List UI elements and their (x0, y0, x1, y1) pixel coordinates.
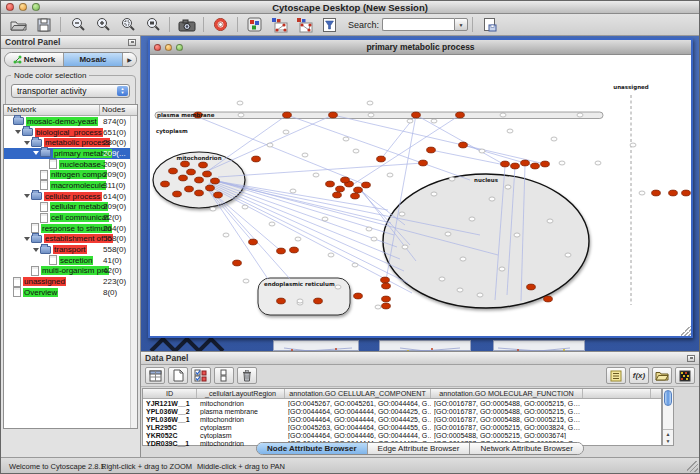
edge[interactable] (207, 185, 412, 293)
gene-node-highlighted[interactable] (199, 162, 208, 168)
snapshot-button[interactable] (174, 15, 199, 34)
disclosure-triangle-icon[interactable] (24, 237, 31, 241)
gene-node[interactable] (505, 185, 511, 189)
scrollbar-thumb[interactable] (664, 390, 672, 406)
table-cell[interactable]: cytoplasm (197, 432, 285, 439)
gene-node[interactable] (223, 233, 229, 237)
gene-node-highlighted[interactable] (336, 186, 345, 192)
tree-row[interactable]: biological_process651(0) (4, 127, 137, 138)
gene-node[interactable] (371, 237, 377, 241)
tree-row[interactable]: metabolic process280(0) (4, 137, 137, 148)
gene-node[interactable] (514, 233, 520, 237)
search-input[interactable] (382, 18, 454, 31)
gene-node[interactable] (290, 189, 296, 193)
table-cell[interactable]: mitochondrion (197, 416, 285, 423)
gene-node-highlighted[interactable] (169, 168, 178, 174)
gene-node-highlighted[interactable] (382, 296, 391, 302)
gene-node-highlighted[interactable] (381, 277, 390, 283)
region-nucleus[interactable] (383, 174, 589, 308)
gene-node[interactable] (295, 237, 301, 241)
tree-row[interactable]: cellular metabol209(0) (4, 202, 137, 213)
table-cell[interactable]: plasma membrane (197, 408, 285, 415)
gene-node-highlighted[interactable] (233, 260, 242, 266)
table-row[interactable]: YKR052Ccytoplasm[GO:0044464, GO:0044446,… (143, 431, 661, 439)
gene-node[interactable] (407, 119, 413, 123)
tree-row[interactable]: establishment of lo558(0) (4, 234, 137, 245)
attribute-label-button[interactable] (606, 367, 626, 384)
disclosure-triangle-icon[interactable] (24, 194, 31, 198)
edge[interactable] (211, 181, 397, 247)
gene-node[interactable] (431, 119, 437, 123)
table-cell[interactable]: [GO:0016787, GO:0005215, GO:0003824, G… (431, 424, 583, 431)
table-cell[interactable]: [GO:0016787, GO:0005488, GO:0005215, G… (431, 408, 583, 415)
gene-node-highlighted[interactable] (206, 185, 215, 191)
gene-node[interactable] (499, 267, 505, 271)
gene-node[interactable] (269, 222, 275, 226)
tree-row[interactable]: Overview8(0) (4, 287, 137, 298)
column-header[interactable] (583, 389, 651, 398)
heatmap-button[interactable] (675, 367, 695, 384)
gene-node-highlighted[interactable] (341, 177, 350, 183)
gene-node[interactable] (551, 137, 557, 141)
gene-node-highlighted[interactable] (179, 175, 188, 181)
gene-node-highlighted[interactable] (283, 112, 292, 118)
gene-node[interactable] (352, 263, 358, 267)
tab-edge-attribute-browser[interactable]: Edge Attribute Browser (368, 443, 471, 454)
gene-node[interactable] (313, 173, 319, 177)
dropdown-stepper-icon[interactable]: ▲▼ (117, 86, 128, 96)
table-cell[interactable]: [GO:0045263, GO:0044464, GO:0044455, G… (285, 424, 431, 431)
column-header[interactable]: annotation.GO MOLECULAR_FUNCTION (431, 389, 583, 398)
gene-node[interactable] (457, 288, 463, 292)
tree-row[interactable]: unassigned223(0) (4, 276, 137, 287)
gene-node-highlighted[interactable] (333, 192, 342, 198)
gene-node[interactable] (297, 299, 303, 303)
gene-node-highlighted[interactable] (669, 190, 678, 196)
gene-node-highlighted[interactable] (187, 169, 196, 175)
gene-node-highlighted[interactable] (314, 298, 323, 304)
table-cell[interactable]: YPL036W__2 (143, 408, 197, 415)
gene-node[interactable] (477, 293, 483, 297)
delete-attribute-button[interactable] (237, 367, 257, 384)
gene-node[interactable] (489, 197, 495, 201)
gene-node[interactable] (479, 149, 485, 153)
gene-node-highlighted[interactable] (459, 142, 468, 148)
edge[interactable] (416, 115, 505, 165)
select-attributes-button[interactable] (191, 367, 211, 384)
zoom-selected-button[interactable] (115, 15, 140, 34)
table-cell[interactable]: [GO:0016787, GO:0005488, GO:0005215, G… (431, 400, 583, 407)
tree-scrollbar[interactable] (130, 116, 137, 428)
region-plasma-membrane[interactable] (155, 112, 603, 119)
gene-node[interactable] (445, 232, 451, 236)
gene-node-highlighted[interactable] (214, 192, 223, 198)
unselect-attributes-button[interactable] (214, 367, 234, 384)
table-row[interactable]: YLR295Ccytoplasm[GO:0045263, GO:0044464,… (143, 423, 661, 431)
tree-row[interactable]: multi-organism pro42(0) (4, 266, 137, 277)
gene-node[interactable] (343, 137, 349, 141)
gene-node-highlighted[interactable] (456, 112, 465, 118)
gene-node-highlighted[interactable] (501, 161, 510, 167)
tree-row[interactable]: nucleobase-209(0) (4, 159, 137, 170)
new-attribute-button[interactable] (168, 367, 188, 384)
gene-node-highlighted[interactable] (527, 284, 536, 290)
layout-button-1[interactable] (267, 15, 292, 34)
tree-row[interactable]: cell communicat22(0) (4, 212, 137, 223)
gene-node[interactable] (500, 113, 506, 117)
tab-scroll-right-icon[interactable]: ▶ (123, 53, 136, 66)
table-scrollbar[interactable]: ▲▼ (662, 388, 674, 446)
node-color-dropdown[interactable]: transporter activity ▲▼ (11, 84, 130, 98)
gene-node-highlighted[interactable] (427, 147, 436, 153)
gene-node[interactable] (439, 277, 445, 281)
gene-node[interactable] (302, 153, 308, 157)
disclosure-triangle-icon[interactable] (33, 151, 40, 155)
window-resize-grip[interactable] (687, 461, 698, 472)
gene-node[interactable] (595, 161, 601, 165)
float-panel-icon[interactable] (687, 355, 695, 362)
gene-node-highlighted[interactable] (181, 161, 190, 167)
tree-row[interactable]: nitrogen compo209(0) (4, 169, 137, 180)
disclosure-triangle-icon[interactable] (24, 141, 31, 145)
gene-node-highlighted[interactable] (290, 247, 299, 253)
gene-node-highlighted[interactable] (682, 190, 691, 196)
save-session-file-button[interactable] (477, 15, 502, 34)
zoom-out-button[interactable] (65, 15, 90, 34)
network-canvas[interactable]: plasma membranecytoplasmmitochondrionnuc… (150, 55, 691, 336)
